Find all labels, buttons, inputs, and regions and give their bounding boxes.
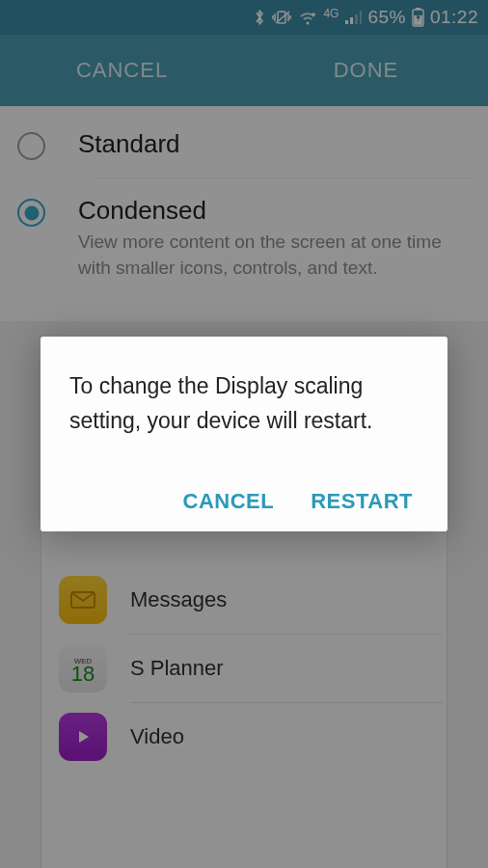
dialog-actions: CANCEL RESTART: [69, 489, 419, 514]
dialog-cancel-button[interactable]: CANCEL: [183, 489, 275, 514]
modal-overlay: To change the Display scaling setting, y…: [0, 0, 488, 868]
dialog-message: To change the Display scaling setting, y…: [69, 369, 419, 438]
dialog-restart-button[interactable]: RESTART: [311, 489, 413, 514]
restart-dialog: To change the Display scaling setting, y…: [41, 337, 447, 530]
